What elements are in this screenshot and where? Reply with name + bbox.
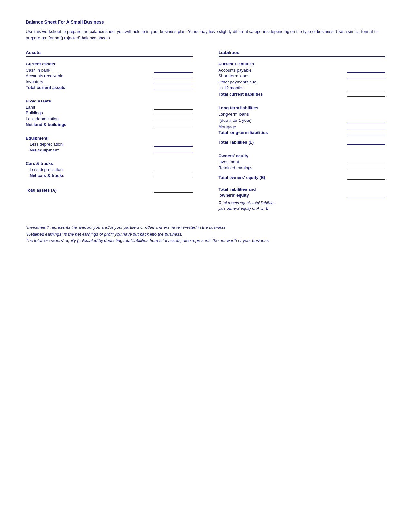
cash-in-bank-field[interactable] — [154, 68, 193, 73]
retained-earnings-row: Retained earnings — [219, 165, 386, 170]
total-current-liabilities-field[interactable] — [347, 92, 385, 97]
total-long-term-label: Total long-term liabilities — [219, 130, 347, 135]
net-equipment-row: Net equipment — [26, 148, 193, 152]
total-current-assets-row: Total current assets — [26, 85, 193, 90]
total-current-assets-label: Total current assets — [26, 85, 154, 90]
liabilities-header: Liabilities — [219, 50, 386, 57]
assets-column: Assets Current assets Cash in bank Accou… — [26, 50, 206, 211]
buildings-field[interactable] — [154, 111, 193, 115]
investment-field[interactable] — [347, 160, 385, 164]
net-cars-field[interactable] — [154, 173, 193, 178]
assets-header: Assets — [26, 50, 193, 57]
investment-label: Investment — [219, 160, 347, 164]
accounts-payable-label: Accounts payable — [219, 68, 347, 73]
total-current-assets-field[interactable] — [154, 85, 193, 90]
buildings-depreciation-field[interactable] — [154, 117, 193, 121]
net-land-buildings-field[interactable] — [154, 122, 193, 127]
inventory-field[interactable] — [154, 80, 193, 84]
footer-note-2: "Retained earnings" is the net earnings … — [26, 231, 385, 238]
cars-depreciation-field[interactable] — [154, 168, 193, 172]
total-liab-equity-row: Total liabilities and owners' equity — [219, 187, 386, 198]
cash-in-bank-row: Cash in bank — [26, 68, 193, 73]
long-term-loans-field[interactable] — [347, 119, 385, 123]
net-equipment-label: Net equipment — [30, 148, 154, 152]
accounts-receivable-row: Accounts receivable — [26, 73, 193, 78]
total-liab-equity-note: Total assets equals total liabilitiesplu… — [219, 201, 276, 211]
total-long-term-field[interactable] — [347, 131, 385, 135]
mortgage-label: Mortgage — [219, 124, 347, 129]
other-payments-label: Other payments due in 12 months — [219, 79, 347, 91]
accounts-payable-field[interactable] — [347, 68, 385, 73]
total-assets-row: Total assets (A) — [26, 188, 193, 193]
current-liabilities-title: Current Liabilities — [219, 62, 386, 66]
short-term-loans-row: Short-term loans — [219, 73, 386, 78]
land-field[interactable] — [154, 105, 193, 110]
total-liabilities-label: Total liabilities (L) — [219, 140, 347, 145]
short-term-loans-field[interactable] — [347, 74, 385, 78]
cars-trucks-title: Cars & trucks — [26, 161, 193, 166]
equipment-title: Equipment — [26, 136, 193, 140]
cars-depreciation-label: Less depreciation — [30, 167, 154, 172]
land-label: Land — [26, 105, 154, 110]
total-liab-equity-field[interactable] — [347, 194, 385, 198]
total-assets-label: Total assets (A) — [26, 188, 154, 193]
current-assets-title: Current assets — [26, 62, 193, 66]
long-term-loans-label: Long-term loans (due after 1 year) — [219, 111, 347, 123]
total-assets-field[interactable] — [154, 188, 193, 193]
retained-earnings-field[interactable] — [347, 166, 385, 170]
cash-in-bank-label: Cash in bank — [26, 68, 154, 73]
inventory-row: Inventory — [26, 79, 193, 84]
total-liab-equity-label: Total liabilities and owners' equity — [219, 187, 347, 198]
footer-note-1: "Investment" represents the amount you a… — [26, 224, 385, 231]
buildings-depreciation-label: Less depreciation — [26, 116, 154, 121]
long-term-loans-row: Long-term loans (due after 1 year) — [219, 111, 386, 123]
fixed-assets-title: Fixed assets — [26, 99, 193, 103]
footer-note-3: The total for owners' equity (calculated… — [26, 237, 385, 244]
total-liabilities-field[interactable] — [347, 140, 385, 145]
equipment-depreciation-label: Less depreciation — [30, 142, 154, 147]
total-long-term-row: Total long-term liabilities — [219, 130, 386, 135]
accounts-payable-row: Accounts payable — [219, 68, 386, 73]
owners-equity-title: Owners' equity — [219, 153, 386, 158]
intro-text: Use this worksheet to prepare the balanc… — [26, 28, 385, 41]
total-liabilities-row: Total liabilities (L) — [219, 140, 386, 145]
long-term-liabilities-title: Long-term liabilities — [219, 105, 386, 110]
net-equipment-field[interactable] — [154, 148, 193, 152]
buildings-depreciation-row: Less depreciation — [26, 116, 193, 121]
liabilities-column: Liabilities Current Liabilities Accounts… — [206, 50, 386, 211]
buildings-label: Buildings — [26, 111, 154, 115]
retained-earnings-label: Retained earnings — [219, 165, 347, 170]
other-payments-field[interactable] — [347, 86, 385, 91]
inventory-label: Inventory — [26, 79, 154, 84]
other-payments-row: Other payments due in 12 months — [219, 79, 386, 91]
footer-notes: "Investment" represents the amount you a… — [26, 224, 385, 244]
total-current-liabilities-label: Total current liabilities — [219, 92, 347, 97]
net-land-buildings-row: Net land & buildings — [26, 122, 193, 127]
mortgage-row: Mortgage — [219, 124, 386, 129]
total-equity-field[interactable] — [347, 175, 385, 180]
page-title: Balance Sheet For A Small Business — [26, 19, 385, 24]
total-current-liabilities-row: Total current liabilities — [219, 92, 386, 97]
total-equity-row: Total owners' equity (E) — [219, 175, 386, 180]
short-term-loans-label: Short-term loans — [219, 73, 347, 78]
equipment-depreciation-row: Less depreciation — [26, 142, 193, 147]
land-row: Land — [26, 105, 193, 110]
mortgage-field[interactable] — [347, 125, 385, 129]
total-equity-label: Total owners' equity (E) — [219, 175, 347, 180]
buildings-row: Buildings — [26, 111, 193, 115]
accounts-receivable-field[interactable] — [154, 74, 193, 78]
net-cars-row: Net cars & trucks — [26, 173, 193, 178]
net-land-buildings-label: Net land & buildings — [26, 122, 154, 127]
cars-depreciation-row: Less depreciation — [26, 167, 193, 172]
equipment-depreciation-field[interactable] — [154, 142, 193, 147]
accounts-receivable-label: Accounts receivable — [26, 73, 154, 78]
net-cars-label: Net cars & trucks — [30, 173, 154, 178]
investment-row: Investment — [219, 160, 386, 164]
